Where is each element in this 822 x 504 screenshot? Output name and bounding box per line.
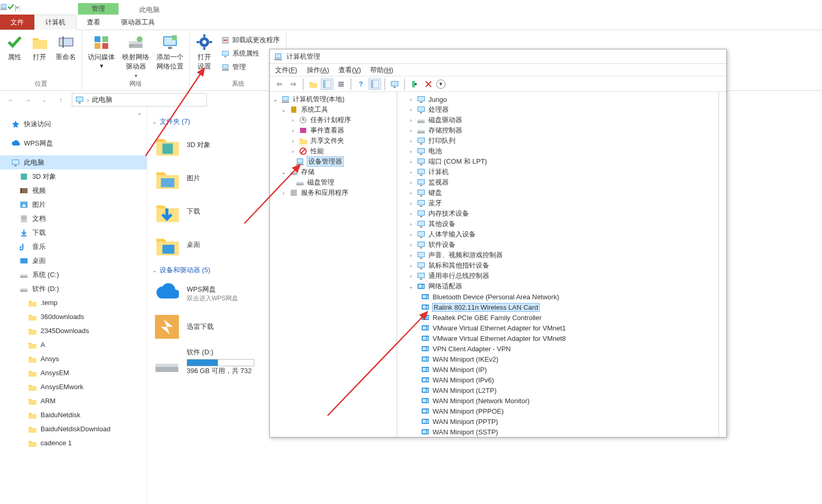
expand-icon[interactable]: ›: [280, 190, 286, 196]
sidebar-item[interactable]: Ansys: [0, 352, 147, 366]
expand-icon[interactable]: ›: [408, 127, 414, 134]
sidebar-item[interactable]: AnsysEMwork: [0, 380, 147, 394]
sidebar-item[interactable]: ARM: [0, 394, 147, 408]
device-category[interactable]: ›其他设备: [399, 219, 716, 229]
cm-menu-action[interactable]: 操作(A): [307, 65, 329, 75]
expand-icon[interactable]: ›: [408, 107, 414, 113]
cm-menu-file[interactable]: 文件(F): [275, 65, 297, 75]
btn-access-media[interactable]: 访问媒体▾: [86, 32, 116, 71]
device-category[interactable]: ›Jungo: [399, 94, 716, 104]
device-category[interactable]: ›端口 (COM 和 LPT): [399, 156, 716, 167]
network-adapter-item[interactable]: WAN Miniport (IKEv2): [399, 354, 716, 364]
cm-menu-help[interactable]: 帮助(H): [370, 65, 393, 75]
sidebar-tree[interactable]: ˄ 快速访问 WPS网盘 此电脑 3D 对象 视频 图片 文档 下载 音乐 桌面…: [0, 109, 147, 504]
cm-menu-view[interactable]: 查看(V): [338, 65, 361, 75]
sidebar-item[interactable]: 桌面: [0, 254, 147, 268]
sidebar-quick-access[interactable]: 快速访问: [0, 117, 147, 131]
sidebar-item[interactable]: 2345Downloads: [0, 324, 147, 338]
network-adapter-item[interactable]: WAN Miniport (SSTP): [399, 427, 716, 437]
btn-properties[interactable]: 属性: [4, 32, 25, 63]
expand-icon[interactable]: ›: [408, 96, 414, 102]
tb-forward-icon[interactable]: ⇨: [287, 78, 299, 90]
cm-tree-right[interactable]: ›Jungo›处理器›磁盘驱动器›存储控制器›打印队列›电池›端口 (COM 和…: [397, 92, 719, 437]
sidebar-item[interactable]: 音乐: [0, 240, 147, 254]
device-category[interactable]: ›监视器: [399, 177, 716, 188]
tab-view[interactable]: 查看: [76, 15, 111, 30]
breadcrumb[interactable]: › 此电脑: [72, 93, 207, 107]
sidebar-item[interactable]: A: [0, 338, 147, 352]
sidebar-drive-d[interactable]: 软件 (D:): [0, 282, 147, 296]
network-adapter-item[interactable]: WAN Miniport (PPTP): [399, 416, 716, 427]
network-adapter-item[interactable]: WAN Miniport (IP): [399, 364, 716, 375]
device-category[interactable]: ›磁盘驱动器: [399, 115, 716, 125]
sidebar-item[interactable]: 图片: [0, 197, 147, 211]
tab-computer[interactable]: 计算机: [34, 15, 76, 30]
tb-refresh-icon[interactable]: ▾: [436, 79, 446, 89]
collapse-chevron-icon[interactable]: ˄: [135, 112, 143, 120]
sidebar-item[interactable]: .temp: [0, 296, 147, 310]
btn-open-settings[interactable]: 打开 设置: [194, 32, 215, 72]
sidebar-item[interactable]: BaiduNetdisk: [0, 408, 147, 422]
breadcrumb-this-pc[interactable]: 此电脑: [92, 95, 112, 104]
device-category[interactable]: ›内存技术设备: [399, 208, 716, 219]
expand-icon[interactable]: ›: [408, 169, 414, 175]
expand-icon[interactable]: ›: [408, 138, 414, 144]
network-adapter-item[interactable]: VMware Virtual Ethernet Adapter for VMne…: [399, 333, 716, 343]
device-category[interactable]: ›处理器: [399, 104, 716, 115]
nav-back[interactable]: ←: [5, 94, 17, 105]
device-category[interactable]: ›人体学输入设备: [399, 229, 716, 240]
qat-check-icon[interactable]: [7, 3, 15, 12]
collapse-icon[interactable]: ⌄: [272, 96, 278, 103]
device-category-network[interactable]: ⌄网络适配器: [399, 281, 716, 291]
expand-icon[interactable]: ›: [408, 179, 414, 185]
sidebar-item[interactable]: 下载: [0, 226, 147, 240]
sidebar-item[interactable]: BaiduNetdiskDownload: [0, 422, 147, 436]
btn-rename[interactable]: 重命名: [54, 32, 77, 63]
expand-icon[interactable]: ›: [408, 148, 414, 154]
expand-icon[interactable]: ›: [290, 138, 296, 144]
tb-list-icon[interactable]: [335, 78, 347, 90]
device-category[interactable]: ›键盘: [399, 188, 716, 198]
tb-up-icon[interactable]: [307, 78, 319, 90]
collapse-icon[interactable]: ⌄: [280, 107, 286, 113]
expand-icon[interactable]: ›: [290, 117, 296, 123]
device-category[interactable]: ›蓝牙: [399, 198, 716, 208]
network-adapter-item[interactable]: WAN Miniport (Network Monitor): [399, 395, 716, 406]
tile-drive-d[interactable]: 软件 (D:) 396 GB 可用，共 732: [154, 348, 269, 376]
nav-forward[interactable]: →: [22, 94, 33, 105]
expand-icon[interactable]: ›: [408, 231, 414, 237]
tb-monitor-icon[interactable]: [388, 78, 401, 90]
tb-back-icon[interactable]: ⇦: [273, 78, 285, 90]
cm-titlebar[interactable]: 计算机管理: [270, 49, 726, 64]
network-adapter-item[interactable]: Ralink 802.11n Wireless LAN Card: [399, 302, 716, 312]
collapse-icon[interactable]: ⌄: [280, 169, 286, 176]
device-category[interactable]: ›声音、视频和游戏控制器: [399, 250, 716, 260]
expand-icon[interactable]: ›: [290, 127, 296, 134]
collapse-icon[interactable]: ⌄: [408, 283, 414, 290]
tb-device-icon[interactable]: [408, 78, 421, 90]
sidebar-this-pc[interactable]: 此电脑: [0, 155, 147, 169]
expand-icon[interactable]: ›: [408, 210, 414, 217]
device-category[interactable]: ›打印队列: [399, 136, 716, 146]
expand-icon[interactable]: ›: [408, 117, 414, 123]
device-category[interactable]: ›通用串行总线控制器: [399, 271, 716, 281]
expand-icon[interactable]: ›: [408, 221, 414, 227]
network-adapter-item[interactable]: WAN Miniport (L2TP): [399, 385, 716, 395]
device-category[interactable]: ›电池: [399, 146, 716, 156]
btn-open[interactable]: 打开: [29, 32, 50, 63]
cm-tree-left[interactable]: ⌄计算机管理(本地) ⌄系统工具 ›任务计划程序 ›事件查看器 ›共享文件夹 ›…: [270, 92, 397, 437]
device-category[interactable]: ›鼠标和其他指针设备: [399, 260, 716, 271]
tile-wps-drive[interactable]: WPS网盘双击进入WPS网盘: [154, 281, 243, 306]
device-category[interactable]: ›软件设备: [399, 240, 716, 250]
expand-icon[interactable]: ›: [408, 252, 414, 258]
expand-icon[interactable]: ›: [408, 262, 414, 269]
sidebar-item[interactable]: 360downloads: [0, 310, 147, 324]
tile-pictures[interactable]: 图片: [154, 166, 243, 191]
device-category[interactable]: ›计算机: [399, 167, 716, 177]
tab-drive-tools[interactable]: 驱动器工具: [111, 15, 165, 30]
nav-up[interactable]: ↑: [55, 94, 67, 105]
sidebar-item[interactable]: 系统 (C:): [0, 268, 147, 282]
device-category[interactable]: ›存储控制器: [399, 125, 716, 136]
link-uninstall-programs[interactable]: 卸载或更改程序: [219, 34, 282, 46]
network-adapter-item[interactable]: Bluetooth Device (Personal Area Network): [399, 291, 716, 302]
